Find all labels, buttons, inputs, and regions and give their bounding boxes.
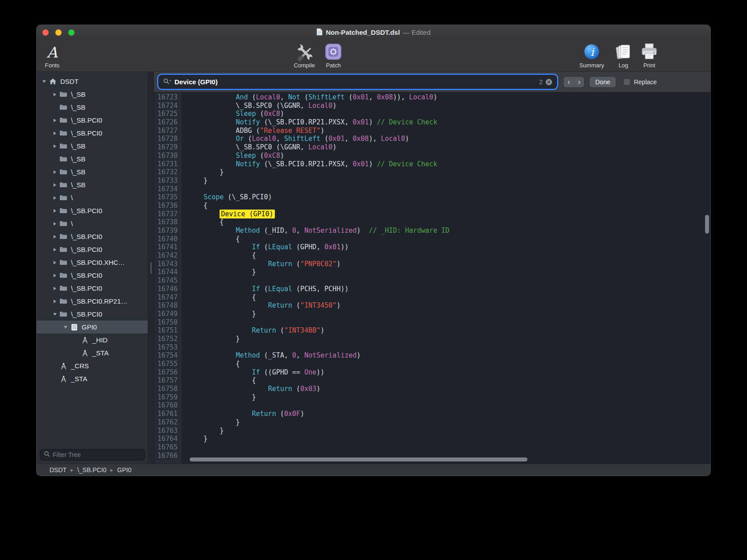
filter-tree-field[interactable] bbox=[40, 449, 145, 461]
tree-item-[interactable]: \ bbox=[37, 191, 148, 204]
fonts-button[interactable]: A Fonts bbox=[38, 41, 66, 69]
disclosure-triangle[interactable] bbox=[62, 326, 69, 329]
tree-item-sta[interactable]: _STA bbox=[37, 346, 148, 359]
code-text[interactable]: If ((GPHD == One)) bbox=[182, 368, 324, 377]
code-text[interactable]: } bbox=[182, 268, 256, 276]
code-text[interactable]: Scope (\_SB.PCI0) bbox=[182, 193, 272, 202]
log-button[interactable]: Log bbox=[611, 41, 635, 69]
tree-item-gpi0[interactable]: GPI0 bbox=[37, 321, 148, 334]
tree-item-sb-pci0[interactable]: \_SB.PCI0 bbox=[37, 269, 148, 282]
titlebar[interactable]: Non-Patched_DSDT.dsl — Edited bbox=[37, 25, 710, 40]
code-text[interactable]: } bbox=[182, 177, 208, 185]
code-text[interactable]: Return (0x03) bbox=[182, 385, 320, 393]
code-text[interactable]: Notify (\_SB.PCI0.RP21.PXSX, 0x01) // De… bbox=[182, 160, 437, 169]
code-text[interactable]: Sleep (0xC8) bbox=[182, 110, 284, 118]
code-text[interactable]: Method (_HID, 0, NotSerialized) // _HID:… bbox=[182, 226, 449, 235]
find-previous-button[interactable]: ‹ bbox=[564, 77, 574, 87]
disclosure-triangle[interactable] bbox=[51, 93, 58, 96]
code-text[interactable]: If (LEqual (PCHS, PCHH)) bbox=[182, 285, 349, 293]
code-text[interactable]: \_SB.SPC0 (\GGNR, Local0) bbox=[182, 102, 336, 110]
disclosure-triangle[interactable] bbox=[51, 300, 58, 303]
tree-item-sb-pci0[interactable]: \_SB.PCI0 bbox=[37, 308, 148, 321]
code-text[interactable]: } bbox=[182, 427, 224, 435]
vertical-scrollbar-thumb[interactable] bbox=[705, 215, 709, 234]
code-text[interactable]: Return ("PNP0C02") bbox=[182, 260, 340, 268]
code-text[interactable]: { bbox=[182, 293, 256, 302]
code-text[interactable] bbox=[182, 276, 187, 285]
code-text[interactable]: { bbox=[182, 376, 256, 385]
disclosure-triangle[interactable] bbox=[51, 248, 58, 251]
tree-item-sb-pci0[interactable]: \_SB.PCI0 bbox=[37, 230, 148, 243]
disclosure-triangle[interactable] bbox=[51, 235, 58, 239]
code-text[interactable] bbox=[182, 318, 187, 327]
disclosure-triangle[interactable] bbox=[51, 287, 58, 290]
search-input[interactable] bbox=[174, 78, 536, 86]
print-button[interactable]: Print bbox=[636, 41, 662, 69]
disclosure-triangle[interactable] bbox=[51, 170, 58, 174]
disclosure-triangle[interactable] bbox=[51, 261, 58, 264]
code-text[interactable]: } bbox=[182, 310, 256, 318]
code-text[interactable]: And (Local0, Not (ShiftLeft (0x01, 0x08)… bbox=[182, 93, 437, 102]
code-text[interactable]: Method (_STA, 0, NotSerialized) bbox=[182, 351, 361, 360]
code-text[interactable]: } bbox=[182, 418, 240, 427]
patch-button[interactable]: Patch bbox=[320, 41, 347, 69]
code-text[interactable] bbox=[182, 343, 187, 352]
tree-item-sb[interactable]: \_SB bbox=[37, 178, 148, 191]
disclosure-triangle[interactable] bbox=[51, 183, 58, 187]
code-text[interactable]: Device (GPI0) bbox=[182, 210, 275, 218]
tree-item-sb-pci0[interactable]: \_SB.PCI0 bbox=[37, 114, 148, 127]
code-text[interactable]: { bbox=[182, 360, 240, 368]
disclosure-triangle[interactable] bbox=[51, 119, 58, 122]
close-window-button[interactable] bbox=[42, 29, 49, 36]
tree-item-sb[interactable]: \_SB bbox=[37, 140, 148, 152]
tree-item-sb-pci0[interactable]: \_SB.PCI0 bbox=[37, 282, 148, 295]
find-next-button[interactable]: › bbox=[574, 77, 584, 87]
code-text[interactable] bbox=[182, 452, 187, 460]
tree-item-sb-pci0-xhc[interactable]: \_SB.PCI0.XHC… bbox=[37, 256, 148, 269]
code-text[interactable]: } bbox=[182, 168, 224, 177]
clear-search-icon[interactable] bbox=[545, 78, 552, 86]
horizontal-scrollbar-thumb[interactable] bbox=[190, 457, 527, 461]
code-text[interactable]: Return ("INT34BB") bbox=[182, 326, 324, 335]
tree-item-sb[interactable]: \_SB bbox=[37, 101, 148, 114]
filter-tree-input[interactable] bbox=[53, 451, 141, 458]
disclosure-triangle[interactable] bbox=[51, 274, 58, 277]
tree-item-sb[interactable]: \_SB bbox=[37, 88, 148, 101]
tree-item-hid[interactable]: _HID bbox=[37, 334, 148, 346]
code-text[interactable]: ADBG ("Release RESET") bbox=[182, 127, 324, 135]
disclosure-triangle[interactable] bbox=[51, 196, 58, 200]
code-text[interactable]: } bbox=[182, 335, 240, 343]
summary-button[interactable]: i Summary bbox=[576, 41, 608, 69]
tree-item-sb-pci0-rp21[interactable]: \_SB.PCI0.RP21… bbox=[37, 295, 148, 308]
disclosure-triangle[interactable] bbox=[51, 132, 58, 135]
breadcrumb-item[interactable]: DSDT bbox=[50, 466, 66, 474]
search-field[interactable]: 2 bbox=[159, 75, 556, 88]
zoom-window-button[interactable] bbox=[68, 29, 75, 36]
tree-item-sb-pci0[interactable]: \_SB.PCI0 bbox=[37, 204, 148, 217]
pane-splitter[interactable] bbox=[148, 72, 154, 464]
tree-item-sb[interactable]: \_SB bbox=[37, 165, 148, 178]
disclosure-triangle[interactable] bbox=[51, 209, 58, 213]
tree-item-crs[interactable]: _CRS bbox=[37, 359, 148, 372]
code-editor[interactable]: 16723 And (Local0, Not (ShiftLeft (0x01,… bbox=[154, 92, 710, 464]
code-text[interactable]: { bbox=[182, 235, 240, 243]
replace-checkbox[interactable] bbox=[623, 78, 631, 86]
code-text[interactable]: Or (Local0, ShiftLeft (0x01, 0x08), Loca… bbox=[182, 135, 409, 143]
breadcrumb-item[interactable]: GPI0 bbox=[117, 466, 132, 474]
code-text[interactable]: Return (0x0F) bbox=[182, 410, 304, 418]
code-text[interactable]: Sleep (0xC8) bbox=[182, 152, 284, 160]
tree-item-dsdt[interactable]: DSDT bbox=[37, 75, 148, 88]
tree-item-sb[interactable]: \_SB bbox=[37, 152, 148, 165]
code-text[interactable]: { bbox=[182, 202, 208, 210]
code-text[interactable]: Return ("INT3450") bbox=[182, 301, 340, 310]
code-text[interactable]: { bbox=[182, 251, 256, 260]
code-text[interactable]: } bbox=[182, 435, 208, 443]
compile-button[interactable]: Compile bbox=[288, 41, 320, 69]
code-text[interactable]: If (LEqual (GPHD, 0x01)) bbox=[182, 243, 349, 251]
disclosure-triangle[interactable] bbox=[51, 144, 58, 148]
code-text[interactable]: \_SB.SPC0 (\GGNR, Local0) bbox=[182, 143, 336, 152]
disclosure-triangle[interactable] bbox=[51, 222, 58, 226]
code-text[interactable]: { bbox=[182, 218, 224, 226]
disclosure-triangle[interactable] bbox=[51, 313, 58, 316]
disclosure-triangle[interactable] bbox=[40, 80, 48, 83]
